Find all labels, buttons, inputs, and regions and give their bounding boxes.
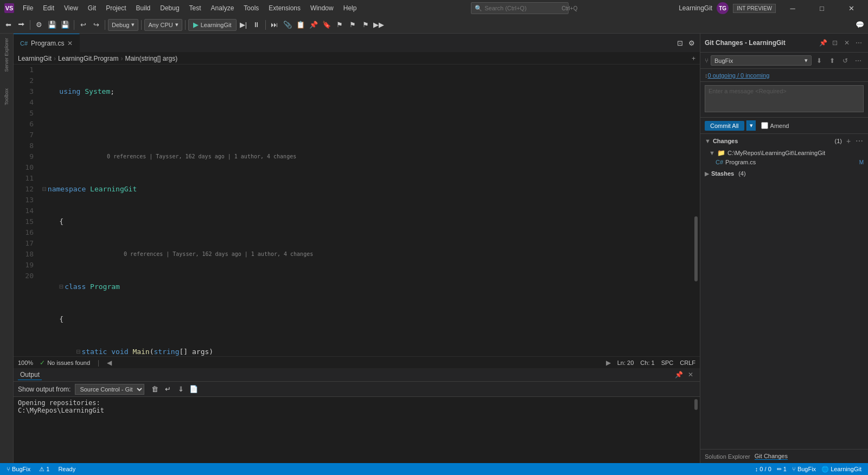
- editor-scrollbar[interactable]: [692, 65, 700, 356]
- more-git-btn[interactable]: ⋯: [853, 55, 864, 66]
- stashes-header[interactable]: ▶ Stashes (4): [700, 166, 868, 181]
- menu-help[interactable]: Help: [339, 3, 361, 13]
- run-with-btn[interactable]: ▶|: [238, 19, 250, 31]
- commit-all-btn[interactable]: Commit All: [705, 121, 744, 131]
- breadcrumb-class[interactable]: LearningGit.Program: [58, 55, 118, 62]
- close-panel-btn[interactable]: ✕: [686, 370, 695, 380]
- menu-test[interactable]: Test: [185, 3, 206, 13]
- changes-header[interactable]: ▼ Changes (1) + ⋯: [700, 134, 868, 148]
- pull-btn[interactable]: ⬇: [814, 55, 825, 66]
- tab-program-cs[interactable]: C# Program.cs ✕: [14, 34, 80, 52]
- menu-window[interactable]: Window: [306, 3, 338, 13]
- editor-settings-btn[interactable]: ⚙: [686, 37, 698, 49]
- git-panel-pin-btn[interactable]: 📌: [818, 38, 828, 48]
- minimize-btn[interactable]: ─: [780, 0, 805, 16]
- sync-status[interactable]: ↕ 0 / 0: [753, 466, 774, 473]
- output-scroll-btn[interactable]: ⇓: [175, 383, 187, 395]
- solution-config-btn[interactable]: ⚙: [33, 19, 45, 31]
- commit-message-input[interactable]: [705, 85, 864, 112]
- toolbar-misc6[interactable]: ⚑: [347, 19, 359, 31]
- outgoing-link[interactable]: 0 outgoing / 0 incoming: [708, 72, 770, 79]
- nav-arrow-right[interactable]: ▶: [606, 359, 611, 367]
- int-preview-btn[interactable]: INT PREVIEW: [733, 4, 776, 13]
- debug-config-dropdown[interactable]: Debug ▾: [108, 19, 138, 31]
- menu-analyze[interactable]: Analyze: [207, 3, 239, 13]
- tab-close-btn[interactable]: ✕: [67, 40, 73, 47]
- menu-extensions[interactable]: Extensions: [264, 3, 305, 13]
- split-editor-btn[interactable]: ⊡: [674, 37, 686, 49]
- branch-selector[interactable]: BugFix ▾: [711, 55, 812, 66]
- step-btn[interactable]: ⏭: [269, 19, 280, 31]
- ln-indicator[interactable]: Ln: 20: [617, 360, 634, 366]
- toolbar-back-btn[interactable]: ⬅: [2, 19, 14, 31]
- fetch-btn[interactable]: ↺: [840, 55, 851, 66]
- pause-btn[interactable]: ⏸: [251, 19, 263, 31]
- output-wrap-btn[interactable]: ↵: [162, 383, 174, 395]
- zoom-level[interactable]: 100%: [18, 360, 33, 366]
- menu-view[interactable]: View: [60, 3, 82, 13]
- toolbar-misc4[interactable]: 🔖: [321, 19, 333, 31]
- branch-right-status[interactable]: ⑂ BugFix: [790, 466, 818, 473]
- issues-indicator[interactable]: ✓ No issues found: [40, 359, 90, 367]
- eol-indicator[interactable]: CRLF: [680, 360, 695, 366]
- issues-status[interactable]: ⚠ 1: [37, 466, 52, 473]
- menu-git[interactable]: Git: [84, 3, 100, 13]
- output-tab[interactable]: Output: [18, 370, 42, 380]
- menu-build[interactable]: Build: [132, 3, 155, 13]
- search-box[interactable]: 🔍 Ctrl+Q: [471, 2, 569, 14]
- toolbar-saveall-btn[interactable]: 💾: [59, 19, 71, 31]
- code-editor[interactable]: 1 2 3 4 5 6 7 8 9 10 11 12 13 14 15 16 1…: [14, 65, 700, 356]
- pencil-status[interactable]: ✏ 1: [775, 466, 789, 473]
- output-scrollbar-thumb[interactable]: [694, 399, 698, 410]
- amend-checkbox[interactable]: [761, 122, 768, 129]
- push-btn[interactable]: ⬆: [827, 55, 838, 66]
- amend-label[interactable]: Amend: [770, 123, 789, 129]
- server-explorer-label[interactable]: Server Explorer: [4, 36, 9, 74]
- menu-file[interactable]: File: [18, 3, 37, 13]
- menu-edit[interactable]: Edit: [39, 3, 59, 13]
- feedback-btn[interactable]: 💬: [854, 19, 866, 31]
- toolbar-misc1[interactable]: 📎: [282, 19, 293, 31]
- solution-explorer-tab[interactable]: Solution Explorer: [705, 453, 750, 460]
- changes-add-btn[interactable]: +: [844, 137, 853, 145]
- output-clear-btn[interactable]: 🗑: [149, 383, 161, 395]
- toolbar-fwd-btn[interactable]: ⮕: [15, 19, 27, 31]
- changes-more-btn[interactable]: ⋯: [855, 137, 864, 145]
- git-panel-float-btn[interactable]: ⊡: [830, 38, 840, 48]
- run-btn[interactable]: ▶ LearningGit: [188, 19, 237, 31]
- menu-project[interactable]: Project: [101, 3, 130, 13]
- close-btn[interactable]: ✕: [839, 0, 864, 16]
- user-avatar[interactable]: TG: [717, 2, 729, 14]
- toolbox-label[interactable]: Toolbox: [4, 86, 9, 107]
- maximize-btn[interactable]: □: [809, 0, 834, 16]
- redo-btn[interactable]: ↪: [90, 19, 102, 31]
- search-input[interactable]: [484, 5, 559, 11]
- toolbar-misc8[interactable]: ▶▶: [373, 19, 385, 31]
- output-source-select[interactable]: Source Control - Git: [75, 384, 144, 395]
- breadcrumb-project[interactable]: LearningGit: [18, 55, 52, 62]
- toolbar-misc3[interactable]: 📌: [308, 19, 320, 31]
- menu-tools[interactable]: Tools: [239, 3, 263, 13]
- menu-debug[interactable]: Debug: [156, 3, 183, 13]
- cpu-dropdown[interactable]: Any CPU ▾: [144, 19, 182, 31]
- toolbar-misc5[interactable]: ⚑: [334, 19, 346, 31]
- git-changes-tab[interactable]: Git Changes: [755, 453, 788, 460]
- toolbar-save-btn[interactable]: 💾: [46, 19, 58, 31]
- output-copy-btn[interactable]: 📄: [188, 383, 200, 395]
- breadcrumb-method[interactable]: Main(string[] args): [125, 55, 177, 62]
- spc-indicator[interactable]: SPC: [661, 360, 674, 366]
- nav-arrows[interactable]: ◀: [107, 359, 112, 367]
- toolbar-misc2[interactable]: 📋: [295, 19, 307, 31]
- git-panel-close-btn[interactable]: ✕: [842, 38, 852, 48]
- code-content[interactable]: using System; 0 references | Taysser, 16…: [38, 65, 692, 356]
- network-status[interactable]: 🌐 LearningGit: [819, 466, 864, 473]
- undo-btn[interactable]: ↩: [77, 19, 89, 31]
- pin-panel-btn[interactable]: 📌: [674, 370, 684, 380]
- commit-dropdown-btn[interactable]: ▾: [746, 120, 756, 131]
- breadcrumb-add-btn[interactable]: +: [692, 55, 695, 62]
- scrollbar-thumb[interactable]: [694, 216, 698, 281]
- git-panel-more-btn[interactable]: ⋯: [854, 38, 864, 48]
- ch-indicator[interactable]: Ch: 1: [640, 360, 654, 366]
- git-branch-status[interactable]: ⑂ BugFix: [4, 466, 33, 472]
- output-scrollbar[interactable]: [692, 397, 700, 463]
